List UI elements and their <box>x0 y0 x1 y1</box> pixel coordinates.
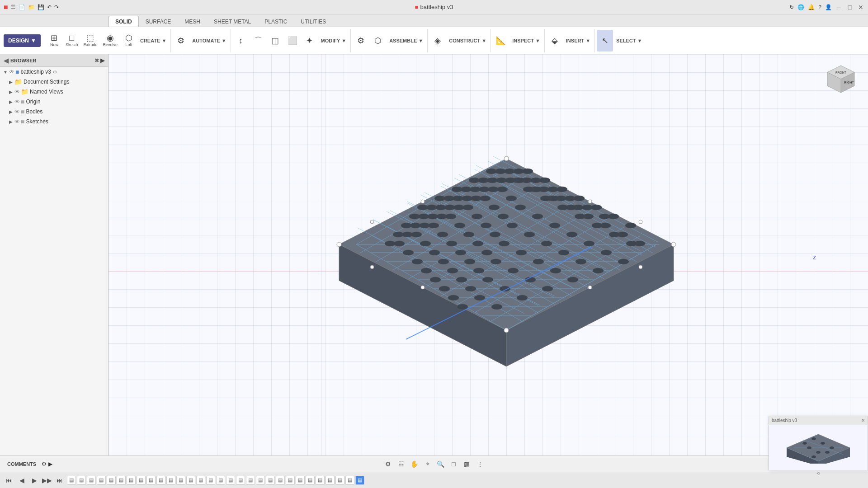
design-button[interactable]: DESIGN ▼ <box>4 34 41 47</box>
maximize-btn[interactable]: □ <box>846 4 854 11</box>
open-btn[interactable]: 📁 <box>28 4 35 10</box>
save-btn[interactable]: 💾 <box>38 4 44 10</box>
display-mode-btn[interactable]: □ <box>448 458 460 470</box>
fit-view-btn[interactable]: ⌖ <box>422 458 434 470</box>
tab-sheet-metal[interactable]: SHEET METAL <box>207 16 258 27</box>
minimize-btn[interactable]: – <box>835 4 843 11</box>
tree-item-named-views[interactable]: ▶ 👁 📁 Named Views <box>0 87 108 97</box>
create-dropdown-btn[interactable]: CREATE ▼ <box>138 30 169 52</box>
timeline-step-17[interactable]: ▤ <box>226 476 235 485</box>
revolve-btn[interactable]: ◉ Revolve <box>100 30 120 52</box>
tab-mesh[interactable]: MESH <box>178 16 207 27</box>
as-built-joint-btn[interactable]: ⬡ <box>370 30 386 52</box>
insert-btn[interactable]: ⬙ <box>547 30 563 52</box>
viewport[interactable]: FRONT RIGHT Z <box>108 54 868 472</box>
new-file-btn[interactable]: 📄 <box>19 4 25 10</box>
select-btn[interactable]: ↖ <box>597 30 613 52</box>
grid-settings-btn[interactable]: ☷ <box>396 458 407 470</box>
timeline-step-24[interactable]: ▤ <box>296 476 305 485</box>
browser-collapse-btn[interactable]: ◀ <box>4 57 9 64</box>
mini-preview-close-btn[interactable]: ✕ <box>861 418 865 423</box>
tree-item-bodies[interactable]: ▶ 👁 ■ Bodies <box>0 107 108 117</box>
timeline-step-10[interactable]: ▤ <box>156 476 165 485</box>
new-component-btn[interactable]: ⊞ New <box>46 30 62 52</box>
visibility-icon-bodies[interactable]: 👁 <box>14 108 20 115</box>
timeline-step-3[interactable]: ▤ <box>87 476 96 485</box>
tab-solid[interactable]: SOLID <box>108 16 139 27</box>
fillet-btn[interactable]: ⌒ <box>250 30 266 52</box>
timeline-step-12[interactable]: ▤ <box>176 476 185 485</box>
browser-pin-btn[interactable]: ✖ <box>94 57 99 64</box>
timeline-step-16[interactable]: ▤ <box>216 476 225 485</box>
undo-btn[interactable]: ↶ <box>47 4 52 10</box>
assemble-dropdown-btn[interactable]: ASSEMBLE ▼ <box>387 30 425 52</box>
visibility-icon-root[interactable]: 👁 <box>9 69 14 75</box>
timeline-step-9[interactable]: ▤ <box>146 476 156 485</box>
comments-settings-btn[interactable]: ⚙ <box>42 461 47 467</box>
timeline-last-btn[interactable]: ⏭ <box>54 475 65 486</box>
joint-btn[interactable]: ⚙ <box>353 30 369 52</box>
timeline-step-27[interactable]: ▤ <box>326 476 335 485</box>
tree-item-origin[interactable]: ▶ 👁 ■ Origin <box>0 97 108 107</box>
inspect-dropdown-btn[interactable]: INSPECT ▼ <box>510 30 542 52</box>
browser-expand-btn[interactable]: ▶ <box>100 57 104 64</box>
help-btn[interactable]: ? <box>818 4 821 10</box>
timeline-step-22[interactable]: ▤ <box>276 476 285 485</box>
comments-expand-btn[interactable]: ▶ <box>48 461 52 467</box>
timeline-first-btn[interactable]: ⏮ <box>4 475 14 486</box>
automate-tool-btn[interactable]: ⚙ <box>173 30 189 52</box>
timeline-step-21[interactable]: ▤ <box>266 476 275 485</box>
timeline-next-btn[interactable]: ▶▶ <box>42 475 52 486</box>
timeline-step-23[interactable]: ▤ <box>286 476 295 485</box>
tree-item-sketches[interactable]: ▶ 👁 ■ Sketches <box>0 117 108 127</box>
automate-dropdown-btn[interactable]: AUTOMATE ▼ <box>190 30 228 52</box>
timeline-step-1[interactable]: ▤ <box>67 476 76 485</box>
redo-btn[interactable]: ↷ <box>54 4 59 10</box>
timeline-step-7[interactable]: ▤ <box>127 476 136 485</box>
timeline-step-15[interactable]: ▤ <box>206 476 215 485</box>
press-pull-btn[interactable]: ↕ <box>233 30 249 52</box>
timeline-step-5[interactable]: ▤ <box>107 476 116 485</box>
shell-btn[interactable]: ⬜ <box>284 30 301 52</box>
timeline-step-28[interactable]: ▤ <box>335 476 344 485</box>
chamfer-btn[interactable]: ◫ <box>267 30 283 52</box>
tree-item-root[interactable]: ▼ 👁 ■ battleship v3 ⚙ <box>0 67 108 77</box>
extrude-btn[interactable]: ⬚ Extrude <box>81 30 99 52</box>
timeline-step-13[interactable]: ▤ <box>186 476 195 485</box>
timeline-step-30[interactable]: ▤ <box>355 476 364 485</box>
offset-plane-btn[interactable]: ◈ <box>429 30 446 52</box>
tab-plastic[interactable]: PLASTIC <box>258 16 294 27</box>
tab-surface[interactable]: SURFACE <box>139 16 178 27</box>
more-display-btn[interactable]: ⋮ <box>474 458 486 470</box>
construct-dropdown-btn[interactable]: CONSTRUCT ▼ <box>447 30 489 52</box>
account-btn[interactable]: 👤 <box>825 4 832 10</box>
tree-item-doc-settings[interactable]: ▶ 📁 Document Settings <box>0 77 108 87</box>
notifications-btn[interactable]: 🔔 <box>808 4 815 10</box>
combine-btn[interactable]: ✦ <box>302 30 318 52</box>
timeline-step-19[interactable]: ▤ <box>246 476 255 485</box>
insert-dropdown-btn[interactable]: INSERT ▼ <box>564 30 593 52</box>
timeline-step-8[interactable]: ▤ <box>137 476 146 485</box>
sync-btn[interactable]: ↻ <box>789 4 794 10</box>
select-dropdown-btn[interactable]: SELECT ▼ <box>614 30 644 52</box>
timeline-step-26[interactable]: ▤ <box>316 476 325 485</box>
timeline-play-btn[interactable]: ▶ <box>29 475 40 486</box>
timeline-step-2[interactable]: ▤ <box>77 476 86 485</box>
tab-utilities[interactable]: UTILITIES <box>294 16 333 27</box>
timeline-prev-btn[interactable]: ◀ <box>16 475 27 486</box>
navigation-cube[interactable]: FRONT RIGHT <box>823 63 859 99</box>
view-settings-btn[interactable]: ⚙ <box>382 458 394 470</box>
pan-btn[interactable]: ✋ <box>409 458 420 470</box>
timeline-step-11[interactable]: ▤ <box>166 476 175 485</box>
sketch-btn[interactable]: □ Sketch <box>63 30 80 52</box>
close-btn[interactable]: ✕ <box>857 4 864 11</box>
timeline-step-25[interactable]: ▤ <box>306 476 315 485</box>
zoom-window-btn[interactable]: 🔍 <box>435 458 447 470</box>
online-btn[interactable]: 🌐 <box>797 4 804 10</box>
timeline-step-20[interactable]: ▤ <box>256 476 265 485</box>
timeline-step-18[interactable]: ▤ <box>236 476 245 485</box>
visibility-icon-sketches[interactable]: 👁 <box>14 118 20 125</box>
visibility-icon-named-views[interactable]: 👁 <box>14 89 20 95</box>
timeline-step-29[interactable]: ▤ <box>345 476 354 485</box>
file-menu[interactable]: ☰ <box>11 4 16 10</box>
